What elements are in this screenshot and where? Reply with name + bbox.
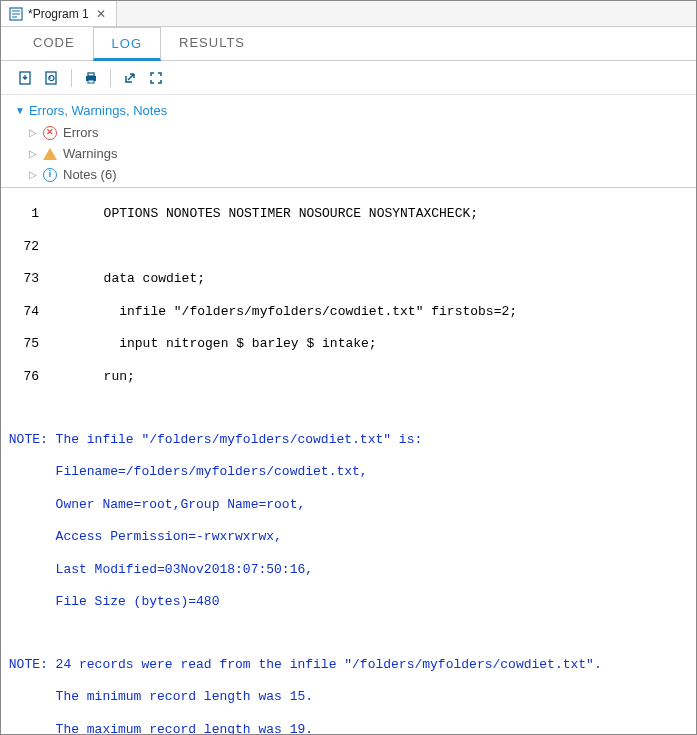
print-button[interactable] xyxy=(80,67,102,89)
download-log-button[interactable] xyxy=(15,67,37,89)
tree-item-errors[interactable]: ▷ ✕ Errors xyxy=(11,122,686,143)
caret-right-icon: ▷ xyxy=(29,169,37,180)
log-note: The maximum record length was 19. xyxy=(1,722,696,735)
tab-results[interactable]: RESULTS xyxy=(161,27,263,60)
toolbar xyxy=(1,61,696,95)
error-icon: ✕ xyxy=(43,126,57,140)
log-note: The minimum record length was 15. xyxy=(1,689,696,705)
file-tab-title: *Program 1 xyxy=(28,7,89,21)
svg-rect-4 xyxy=(88,73,94,76)
tree-item-notes[interactable]: ▷ i Notes (6) xyxy=(11,164,686,185)
log-line: 1 OPTIONS NONOTES NOSTIMER NOSOURCE NOSY… xyxy=(1,206,696,222)
close-tab-button[interactable]: ✕ xyxy=(94,7,108,21)
tab-log[interactable]: LOG xyxy=(93,27,161,61)
maximize-button[interactable] xyxy=(145,67,167,89)
tree-notes-label: Notes (6) xyxy=(63,167,116,182)
tab-code[interactable]: CODE xyxy=(15,27,93,60)
info-icon: i xyxy=(43,168,57,182)
log-note: Filename=/folders/myfolders/cowdiet.txt, xyxy=(1,464,696,480)
log-note: Owner Name=root,Group Name=root, xyxy=(1,497,696,513)
caret-right-icon: ▷ xyxy=(29,148,37,159)
log-note: NOTE: 24 records were read from the infi… xyxy=(1,657,696,673)
tree-warnings-label: Warnings xyxy=(63,146,117,161)
log-note: Last Modified=03Nov2018:07:50:16, xyxy=(1,562,696,578)
toolbar-separator xyxy=(71,69,72,87)
log-line: 76 run; xyxy=(1,369,696,385)
log-line: 73 data cowdiet; xyxy=(1,271,696,287)
log-tree: ▼ Errors, Warnings, Notes ▷ ✕ Errors ▷ W… xyxy=(1,95,696,187)
toolbar-separator xyxy=(110,69,111,87)
log-line: 72 xyxy=(1,239,696,255)
tree-header[interactable]: ▼ Errors, Warnings, Notes xyxy=(11,99,686,122)
svg-rect-5 xyxy=(88,80,94,83)
log-line: 75 input nitrogen $ barley $ intake; xyxy=(1,336,696,352)
popout-button[interactable] xyxy=(119,67,141,89)
caret-down-icon: ▼ xyxy=(15,105,25,116)
tree-item-warnings[interactable]: ▷ Warnings xyxy=(11,143,686,164)
sas-program-icon xyxy=(9,7,23,21)
caret-right-icon: ▷ xyxy=(29,127,37,138)
tree-header-label: Errors, Warnings, Notes xyxy=(29,103,167,118)
file-tab-program1[interactable]: *Program 1 ✕ xyxy=(1,1,117,26)
file-tab-bar: *Program 1 ✕ xyxy=(1,1,696,27)
refresh-log-button[interactable] xyxy=(41,67,63,89)
log-note: Access Permission=-rwxrwxrwx, xyxy=(1,529,696,545)
main-tabs: CODE LOG RESULTS xyxy=(1,27,696,61)
warning-icon xyxy=(43,148,57,160)
log-output: 1 OPTIONS NONOTES NOSTIMER NOSOURCE NOSY… xyxy=(1,187,696,735)
log-note: File Size (bytes)=480 xyxy=(1,594,696,610)
tree-errors-label: Errors xyxy=(63,125,98,140)
log-note: NOTE: The infile "/folders/myfolders/cow… xyxy=(1,432,696,448)
log-line: 74 infile "/folders/myfolders/cowdiet.tx… xyxy=(1,304,696,320)
